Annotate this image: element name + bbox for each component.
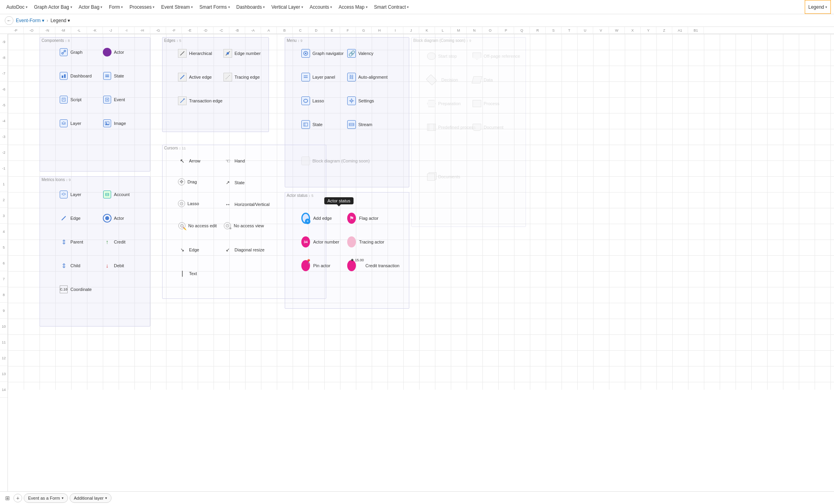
edge-number-item[interactable]: Edge number [223,49,261,58]
parent-item[interactable]: ⇕ Parent [59,238,83,246]
col-s: S [546,27,562,34]
state-item[interactable]: State [103,72,124,80]
block-diagram-menu-item: Block diagram (Coming soon) [301,157,370,165]
flag-actor-item[interactable]: ⚑ Flag actor [347,214,378,223]
back-button[interactable]: ← [5,16,13,25]
auto-alignment-item[interactable]: ⛓ Auto-alignment [347,73,388,81]
coordinate-item[interactable]: C.10 Coordinate [59,285,92,294]
add-edge-item[interactable]: + Add edge [301,214,332,223]
valency-item[interactable]: 🔗 Valency [347,49,373,58]
credit-transaction-icon: ✱ 15.00 [347,261,356,270]
script-item[interactable]: Script [59,95,81,104]
tracing-edge-item[interactable]: Tracing edge [223,73,260,81]
row-11: 11 [0,334,8,350]
col-minus-l: -L [71,27,87,34]
svg-point-22 [227,52,229,55]
col-minus-h: -H [134,27,150,34]
row-7: 7 [0,271,8,287]
add-tab-button[interactable]: + [13,494,22,502]
nav-item-graph-actor-bag[interactable]: Graph Actor Bag ▾ [31,0,76,14]
active-edge-item[interactable]: Active edge [178,73,212,81]
actor-m-item[interactable]: Actor [103,214,124,223]
child-item[interactable]: ⇕ Child [59,261,80,270]
graph-label: Graph [70,50,83,55]
no-access-view-item[interactable]: ⊙ 👁 No access view [223,222,264,230]
col-j: J [403,27,419,34]
credit-transaction-item[interactable]: ✱ 15.00 Credit transaction [347,261,399,270]
graph-navigator-item[interactable]: Graph navigator [301,49,344,58]
layers-icon[interactable]: ⊞ [3,494,12,502]
tracing-actor-item[interactable]: Tracing actor [347,238,384,246]
hand-item[interactable]: ☜ Hand [223,157,245,165]
additional-layer-tab[interactable]: Additional layer ▾ [70,493,112,503]
nav-item-smart-forms[interactable]: Smart Forms ▾ [196,0,233,14]
add-edge-label: Add edge [313,216,332,221]
nav-item-form[interactable]: Form ▾ [106,0,126,14]
transaction-edge-item[interactable]: Transaction edge [178,96,223,105]
edge-cur-item[interactable]: ↘ Edge [178,245,199,254]
nav-item-event-stream[interactable]: Event Stream ▾ [158,0,196,14]
nav-item-vertical-layer[interactable]: Vertical Layer ▾ [268,0,306,14]
nav-item-actor-bag[interactable]: Actor Bag ▾ [76,0,106,14]
credit-item[interactable]: ↑ Credit [103,238,125,246]
arrow-item[interactable]: ↖ Arrow [178,157,200,165]
horiz-vert-item[interactable]: ↔ Horizontal/Vertical [223,200,270,209]
svg-line-25 [180,99,184,103]
lasso-item[interactable]: Lasso [301,96,324,105]
row-minus9: -9 [0,34,8,50]
lasso-cur-item[interactable]: ⊙ Lasso [178,200,199,207]
pin-actor-item[interactable]: 📍 Pin actor [301,261,330,270]
nav-item-dashboards[interactable]: Dashboards ▾ [233,0,269,14]
preparation-item: Preparation [427,99,461,108]
nav-item-autodoc[interactable]: AutoDoc ▾ [3,0,31,14]
diagonal-resize-item[interactable]: ↙ Diagonal resize [223,245,265,254]
canvas[interactable]: Components ↕ 8 Graph Actor [8,34,834,491]
diagonal-resize-icon: ↙ [223,245,232,254]
col-n: N [467,27,482,34]
edge-m-icon [59,214,68,223]
edge-cur-label: Edge [189,247,199,252]
nav-item-processes[interactable]: Processes ▾ [126,0,158,14]
image-item[interactable]: Image [103,119,126,128]
breadcrumb-parent[interactable]: Event-Form ▾ [16,18,44,23]
layer-item[interactable]: Layer [59,119,81,128]
col-minus-g: -G [150,27,166,34]
no-access-edit-item[interactable]: ⊙ ✏️ No access edit [178,222,217,230]
data-label: Data [484,77,493,82]
col-d: D [308,27,324,34]
canvas-inner: Components ↕ 8 Graph Actor [8,34,834,390]
additional-layer-caret: ▾ [105,496,107,500]
breadcrumb-current-caret[interactable]: ▾ [68,18,70,23]
debit-item[interactable]: ↓ Debit [103,261,124,270]
debit-icon: ↓ [103,261,112,270]
actor-number-item[interactable]: 34 Actor number [301,238,339,246]
nav-item-smart-contract[interactable]: Smart Contract ▾ [371,0,412,14]
state-cur-item[interactable]: ↗ State [223,178,245,187]
hierarchical-item[interactable]: Hierarchical [178,49,212,58]
settings-item[interactable]: Settings [347,96,374,105]
row-2: 2 [0,192,8,208]
row-1: 1 [0,176,8,192]
nav-item-legend[interactable]: Legend ▾ [805,0,831,14]
event-item[interactable]: Event [103,95,125,104]
svg-point-1 [64,50,66,52]
graph-item[interactable]: Graph [59,48,83,57]
state-menu-item[interactable]: State [301,120,323,129]
parent-icon: ⇕ [59,238,68,246]
nav-item-accounts[interactable]: Accounts ▾ [306,0,335,14]
actor-item[interactable]: Actor [103,48,124,57]
edge-m-item[interactable]: Edge [59,214,81,223]
drag-item[interactable]: ✥ Drag [178,178,197,185]
block-diagram-menu-label: Block diagram (Coming soon) [312,159,370,163]
event-as-form-tab[interactable]: Event as a Form ▾ [24,493,68,503]
stream-item[interactable]: Stream [347,120,372,129]
layer-m-item[interactable]: Layer [59,190,81,199]
nav-item-access-map[interactable]: Access Map ▾ [335,0,371,14]
text-cur-item[interactable]: | Text [178,269,197,278]
layer-panel-item[interactable]: Layer panel [301,73,335,81]
account-item[interactable]: Account [103,190,130,199]
svg-line-19 [62,216,66,220]
dashboard-item[interactable]: Dashboard [59,72,92,80]
horiz-vert-icon: ↔ [223,200,232,209]
col-a1: A1 [672,27,688,34]
